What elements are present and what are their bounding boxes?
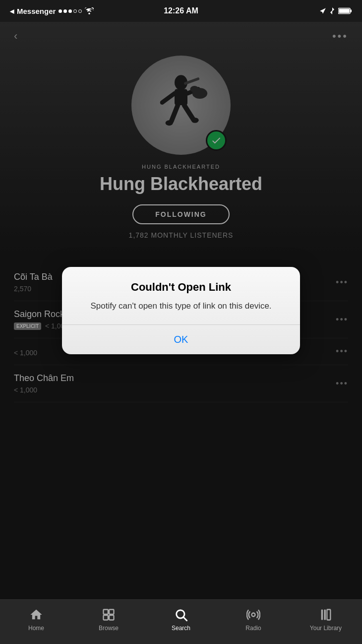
dot5	[78, 9, 82, 13]
app-name: Messenger	[17, 7, 56, 15]
svg-point-20	[252, 613, 255, 616]
nav-label-home: Home	[28, 625, 44, 632]
svg-rect-22	[324, 609, 326, 620]
svg-rect-16	[104, 615, 108, 620]
svg-rect-14	[104, 609, 108, 614]
ok-button[interactable]: OK	[62, 325, 300, 354]
dialog-actions: OK	[62, 325, 300, 354]
svg-rect-1	[351, 9, 352, 12]
status-bar: ◂ Messenger 12:26 AM	[0, 0, 362, 22]
nav-item-library[interactable]: Your Library	[290, 608, 362, 632]
nav-label-browse: Browse	[99, 625, 119, 632]
nav-label-radio: Radio	[245, 625, 261, 632]
browse-icon	[102, 608, 116, 622]
svg-rect-23	[327, 609, 330, 620]
location-icon	[319, 7, 326, 14]
bluetooth-icon	[329, 7, 335, 15]
dialog: Couldn't Open Link Spotify can't open th…	[62, 267, 300, 354]
dialog-message: Spotify can't open this type of link on …	[78, 300, 284, 313]
main-content: ‹ •••	[0, 22, 362, 599]
svg-rect-21	[321, 609, 323, 620]
dialog-title: Couldn't Open Link	[78, 281, 284, 294]
dot3	[68, 9, 72, 13]
back-arrow: ◂	[10, 6, 14, 16]
radio-icon	[246, 608, 260, 622]
nav-item-home[interactable]: Home	[0, 608, 72, 632]
nav-label-search: Search	[172, 625, 190, 632]
svg-rect-17	[109, 615, 114, 620]
svg-rect-15	[109, 609, 114, 614]
status-time: 12:26 AM	[164, 6, 198, 15]
signal-dots	[59, 9, 82, 13]
dialog-body: Couldn't Open Link Spotify can't open th…	[62, 267, 300, 324]
status-left: ◂ Messenger	[10, 6, 94, 16]
nav-item-search[interactable]: Search	[145, 608, 217, 632]
dot2	[63, 9, 67, 13]
wifi-icon	[85, 7, 94, 14]
status-right	[319, 7, 352, 15]
bottom-nav: Home Browse Search Radio	[0, 599, 362, 644]
dialog-overlay: Couldn't Open Link Spotify can't open th…	[0, 22, 362, 599]
library-icon	[319, 608, 333, 622]
battery-icon	[338, 7, 352, 14]
nav-label-library: Your Library	[310, 625, 342, 632]
svg-rect-2	[339, 9, 349, 13]
dot4	[73, 9, 77, 13]
nav-item-browse[interactable]: Browse	[72, 608, 145, 632]
dot1	[59, 9, 62, 13]
home-icon	[29, 608, 43, 622]
svg-line-19	[183, 617, 186, 620]
search-icon	[174, 608, 188, 622]
nav-item-radio[interactable]: Radio	[217, 608, 290, 632]
